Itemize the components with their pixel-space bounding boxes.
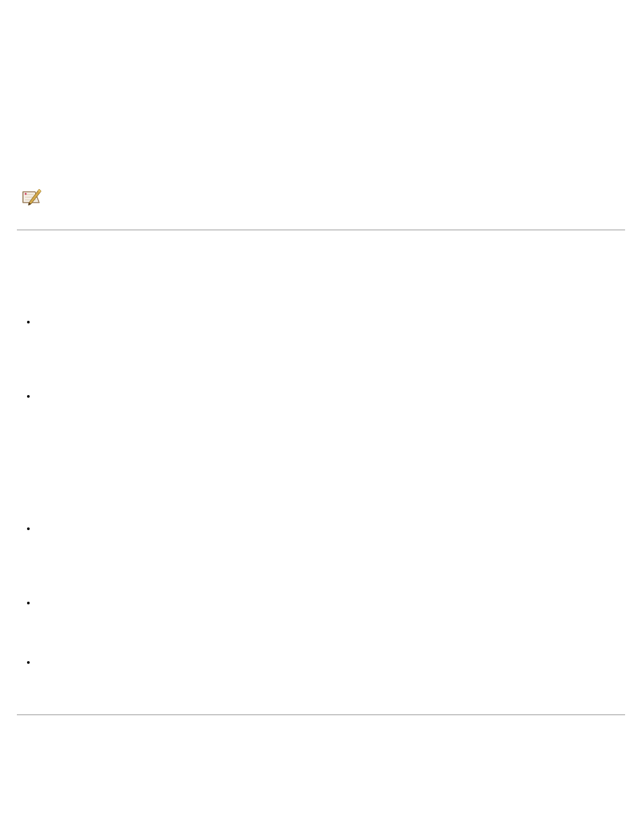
pencil-note-icon	[20, 188, 43, 211]
divider-bottom	[17, 714, 625, 715]
svg-point-3	[25, 193, 27, 195]
bullet-list	[20, 317, 37, 667]
divider-top	[17, 230, 625, 230]
pencil-icon	[20, 199, 43, 210]
